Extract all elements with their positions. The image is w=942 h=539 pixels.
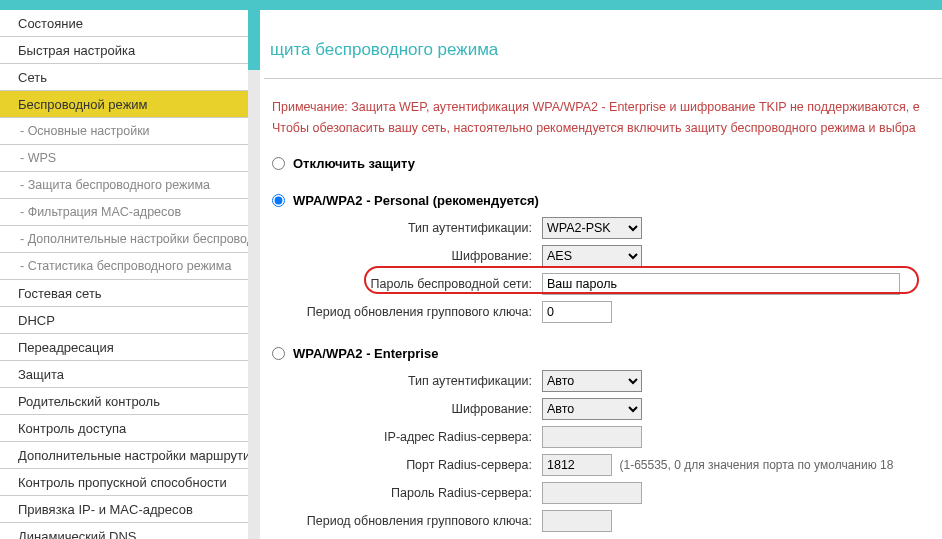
sidebar: Состояние Быстрая настройка Сеть Беспров… bbox=[0, 10, 260, 539]
sidebar-item-quicksetup[interactable]: Быстрая настройка bbox=[0, 37, 248, 64]
sidebar-item-parental[interactable]: Родительский контроль bbox=[0, 388, 248, 415]
radio-disable-security[interactable] bbox=[272, 157, 285, 170]
notice-line-2: Чтобы обезопасить вашу сеть, настоятельн… bbox=[264, 118, 942, 139]
sidebar-item-label: Дополнительные настройки маршрутизации bbox=[18, 448, 248, 463]
divider bbox=[264, 78, 942, 79]
sidebar-item-network[interactable]: Сеть bbox=[0, 64, 248, 91]
sidebar-item-wireless-security[interactable]: - Защита беспроводного режима bbox=[0, 172, 248, 199]
sidebar-item-label: - Основные настройки bbox=[20, 124, 150, 138]
input-radius-ip[interactable] bbox=[542, 426, 642, 448]
sidebar-item-label: Контроль доступа bbox=[18, 421, 126, 436]
label-ent-gk: Период обновления группового ключа: bbox=[272, 514, 542, 528]
input-personal-password[interactable] bbox=[542, 273, 900, 295]
notice-line-1: Примечание: Защита WEP, аутентификация W… bbox=[264, 97, 942, 118]
sidebar-item-label: Привязка IP- и MAC-адресов bbox=[18, 502, 193, 517]
sidebar-item-mac-filter[interactable]: - Фильтрация MAC-адресов bbox=[0, 199, 248, 226]
sidebar-item-label: Динамический DNS bbox=[18, 529, 136, 540]
label-personal-password: Пароль беспроводной сети: bbox=[272, 277, 542, 291]
select-personal-auth[interactable]: WPA2-PSK bbox=[542, 217, 642, 239]
page-title: щита беспроводного режима bbox=[264, 40, 942, 60]
sidebar-item-wireless-basic[interactable]: - Основные настройки bbox=[0, 118, 248, 145]
sidebar-item-label: Гостевая сеть bbox=[18, 286, 102, 301]
radio-wpa-personal[interactable] bbox=[272, 194, 285, 207]
radio-wpa-enterprise-label: WPA/WPA2 - Enterprise bbox=[293, 346, 438, 361]
sidebar-item-label: Состояние bbox=[18, 16, 83, 31]
sidebar-item-label: Контроль пропускной способности bbox=[18, 475, 227, 490]
sidebar-item-forwarding[interactable]: Переадресация bbox=[0, 334, 248, 361]
sidebar-item-label: - WPS bbox=[20, 151, 56, 165]
sidebar-item-status[interactable]: Состояние bbox=[0, 10, 248, 37]
sidebar-item-wireless-advanced[interactable]: - Дополнительные настройки беспроводного… bbox=[0, 226, 248, 253]
radio-disable-security-label: Отключить защиту bbox=[293, 156, 415, 171]
sidebar-item-label: Переадресация bbox=[18, 340, 114, 355]
sidebar-item-guest[interactable]: Гостевая сеть bbox=[0, 280, 248, 307]
wpa-personal-text: WPA/WPA2 - Personal bbox=[293, 193, 429, 208]
main-content: щита беспроводного режима Примечание: За… bbox=[260, 10, 942, 539]
sidebar-item-label: Беспроводной режим bbox=[18, 97, 148, 112]
input-radius-port[interactable] bbox=[542, 454, 612, 476]
sidebar-item-label: Защита bbox=[18, 367, 64, 382]
sidebar-item-label: - Фильтрация MAC-адресов bbox=[20, 205, 181, 219]
sidebar-item-label: - Дополнительные настройки беспроводного… bbox=[20, 232, 248, 246]
sidebar-item-label: - Статистика беспроводного режима bbox=[20, 259, 231, 273]
sidebar-item-label: Сеть bbox=[18, 70, 47, 85]
radio-wpa-enterprise[interactable] bbox=[272, 347, 285, 360]
label-personal-enc: Шифрование: bbox=[272, 249, 542, 263]
sidebar-item-label: Родительский контроль bbox=[18, 394, 160, 409]
label-radius-port: Порт Radius-сервера: bbox=[272, 458, 542, 472]
select-ent-auth[interactable]: Авто bbox=[542, 370, 642, 392]
sidebar-item-wireless[interactable]: Беспроводной режим bbox=[0, 91, 248, 118]
radio-wpa-personal-label: WPA/WPA2 - Personal (рекомендуется) bbox=[293, 193, 539, 208]
sidebar-item-dhcp[interactable]: DHCP bbox=[0, 307, 248, 334]
input-ent-gk[interactable] bbox=[542, 510, 612, 532]
sidebar-item-security[interactable]: Защита bbox=[0, 361, 248, 388]
sidebar-item-access-control[interactable]: Контроль доступа bbox=[0, 415, 248, 442]
sidebar-scrollbar-track bbox=[248, 10, 260, 539]
sidebar-item-label: Быстрая настройка bbox=[18, 43, 135, 58]
sidebar-item-routing[interactable]: Дополнительные настройки маршрутизации bbox=[0, 442, 248, 469]
sidebar-item-label: - Защита беспроводного режима bbox=[20, 178, 210, 192]
label-radius-pass: Пароль Radius-сервера: bbox=[272, 486, 542, 500]
sidebar-item-label: DHCP bbox=[18, 313, 55, 328]
input-radius-pass[interactable] bbox=[542, 482, 642, 504]
radius-port-hint: (1-65535, 0 для значения порта по умолча… bbox=[615, 458, 893, 472]
label-personal-auth: Тип аутентификации: bbox=[272, 221, 542, 235]
sidebar-item-ip-mac-binding[interactable]: Привязка IP- и MAC-адресов bbox=[0, 496, 248, 523]
sidebar-scrollbar-thumb[interactable] bbox=[248, 10, 260, 70]
wpa-personal-hint: (рекомендуется) bbox=[433, 193, 539, 208]
label-ent-auth: Тип аутентификации: bbox=[272, 374, 542, 388]
sidebar-item-wps[interactable]: - WPS bbox=[0, 145, 248, 172]
sidebar-item-bandwidth[interactable]: Контроль пропускной способности bbox=[0, 469, 248, 496]
select-ent-enc[interactable]: Авто bbox=[542, 398, 642, 420]
sidebar-item-wireless-stats[interactable]: - Статистика беспроводного режима bbox=[0, 253, 248, 280]
label-radius-ip: IP-адрес Radius-сервера: bbox=[272, 430, 542, 444]
label-personal-gk: Период обновления группового ключа: bbox=[272, 305, 542, 319]
top-bar bbox=[0, 0, 942, 10]
label-ent-enc: Шифрование: bbox=[272, 402, 542, 416]
sidebar-item-ddns[interactable]: Динамический DNS bbox=[0, 523, 248, 539]
select-personal-enc[interactable]: AES bbox=[542, 245, 642, 267]
input-personal-gk[interactable] bbox=[542, 301, 612, 323]
